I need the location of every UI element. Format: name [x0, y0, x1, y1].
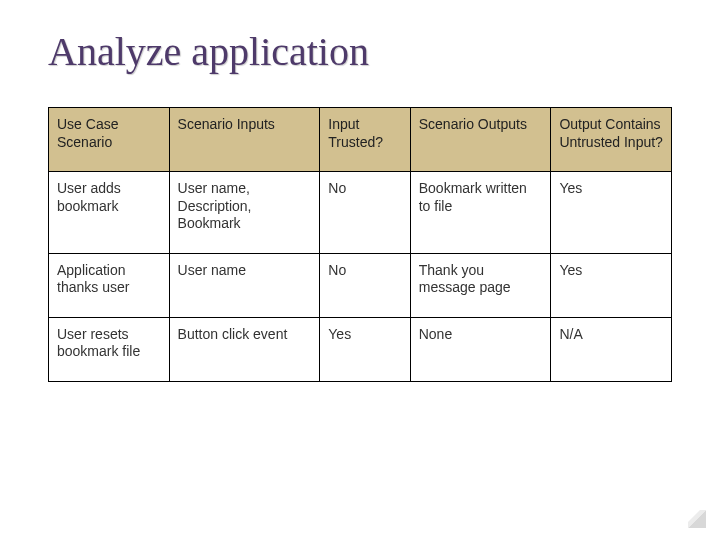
- page-corner-icon: [688, 510, 706, 528]
- slide-title: Analyze application: [48, 28, 680, 75]
- cell-outputs: Thank you message page: [410, 253, 551, 317]
- cell-trusted: No: [320, 253, 410, 317]
- table-row: User resets bookmark file Button click e…: [49, 317, 672, 381]
- cell-untrusted: Yes: [551, 253, 672, 317]
- table-header-row: Use Case Scenario Scenario Inputs Input …: [49, 108, 672, 172]
- col-header-output-untrusted: Output Contains Untrusted Input?: [551, 108, 672, 172]
- cell-trusted: Yes: [320, 317, 410, 381]
- cell-use-case: Application thanks user: [49, 253, 170, 317]
- cell-outputs: None: [410, 317, 551, 381]
- col-header-scenario-inputs: Scenario Inputs: [169, 108, 320, 172]
- cell-outputs: Bookmark written to file: [410, 172, 551, 254]
- cell-inputs: User name: [169, 253, 320, 317]
- cell-trusted: No: [320, 172, 410, 254]
- cell-inputs: Button click event: [169, 317, 320, 381]
- cell-use-case: User resets bookmark file: [49, 317, 170, 381]
- analysis-table: Use Case Scenario Scenario Inputs Input …: [48, 107, 672, 382]
- col-header-input-trusted: Input Trusted?: [320, 108, 410, 172]
- slide: Analyze application Use Case Scenario Sc…: [0, 0, 720, 540]
- table-row: Application thanks user User name No Tha…: [49, 253, 672, 317]
- cell-untrusted: Yes: [551, 172, 672, 254]
- cell-untrusted: N/A: [551, 317, 672, 381]
- col-header-scenario-outputs: Scenario Outputs: [410, 108, 551, 172]
- col-header-use-case: Use Case Scenario: [49, 108, 170, 172]
- cell-inputs: User name, Description, Bookmark: [169, 172, 320, 254]
- table-row: User adds bookmark User name, Descriptio…: [49, 172, 672, 254]
- cell-use-case: User adds bookmark: [49, 172, 170, 254]
